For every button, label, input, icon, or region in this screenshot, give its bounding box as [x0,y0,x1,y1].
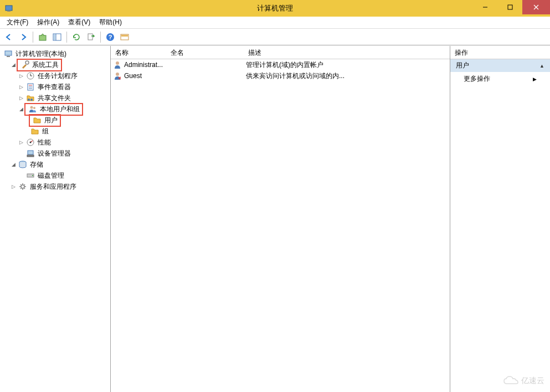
show-hide-tree-button[interactable] [50,30,64,44]
column-description[interactable]: 描述 [244,46,450,59]
tree-label: 性能 [37,137,52,148]
svg-point-26 [30,99,33,101]
expander-icon[interactable]: ◢ [10,162,17,167]
tree-shared-folders[interactable]: ▷ 共享文件夹 [2,92,108,104]
chevron-right-icon: ▶ [533,76,537,82]
svg-point-27 [30,106,33,109]
tree-groups[interactable]: 组 [2,126,108,137]
svg-rect-6 [39,35,46,40]
svg-point-25 [28,99,30,101]
actions-group-users[interactable]: 用户 ▲ [450,59,550,72]
user-icon [113,71,122,80]
tree-task-scheduler[interactable]: ▷ 任务计划程序 [2,70,108,81]
tree-label: 服务和应用程序 [29,182,78,192]
tree-label: 任务计划程序 [37,71,79,81]
tree-label: 计算机管理(本地) [14,49,68,59]
menu-file[interactable]: 文件(F) [2,17,33,28]
tree-label: 本地用户和组 [39,104,81,115]
tree-label: 事件查看器 [37,82,72,92]
expander-icon[interactable]: ▷ [10,184,17,189]
users-groups-icon [28,105,37,114]
toolbar: ? [0,29,550,45]
list-row-administrator[interactable]: Administrat... 管理计算机(域)的内置帐户 [111,59,450,70]
window-controls [472,0,550,17]
column-fullname[interactable]: 全名 [166,46,244,59]
export-button[interactable] [84,30,97,44]
tree-system-tools[interactable]: ◢ 系统工具 [2,59,108,70]
app-icon [4,4,13,13]
expander-icon[interactable]: ◢ [10,62,17,68]
row-name: Guest [124,72,168,80]
watermark: 亿速云 [502,375,544,386]
toolbar-separator [33,32,33,43]
svg-rect-10 [88,34,92,40]
toolbar-separator [100,32,101,43]
clock-icon [26,71,35,80]
tree-device-manager[interactable]: ▷ 设备管理器 [2,148,108,159]
svg-point-28 [33,107,35,109]
svg-rect-1 [7,11,11,12]
row-description: 供来宾访问计算机或访问域的内... [246,71,450,81]
view-button[interactable] [118,30,131,44]
expander-icon[interactable]: ◢ [18,106,24,112]
services-icon [18,182,27,191]
expander-icon[interactable]: ▷ [18,73,24,79]
watermark-text: 亿速云 [521,376,544,386]
back-button[interactable] [2,30,16,44]
tree-label: 系统工具 [31,60,60,70]
actions-more-label: 更多操作 [464,74,490,84]
up-button[interactable] [36,30,49,44]
storage-icon [18,160,27,169]
window-title: 计算机管理 [257,3,293,13]
svg-point-35 [32,175,33,176]
list-header: 名称 全名 描述 [111,46,450,59]
svg-point-30 [30,142,32,143]
svg-rect-15 [5,51,12,55]
actions-header: 操作 [450,46,550,59]
performance-icon [26,138,35,147]
list-row-guest[interactable]: Guest 供来宾访问计算机或访问域的内... [111,70,450,81]
row-description: 管理计算机(域)的内置帐户 [246,60,450,70]
menu-action[interactable]: 操作(A) [33,17,64,28]
tree-panel[interactable]: 计算机管理(本地) ◢ 系统工具 ▷ 任务计划程序 ▷ 事件查看器 ▷ 共享文件… [0,46,111,392]
close-button[interactable] [522,0,550,14]
refresh-button[interactable] [70,30,83,44]
help-button[interactable]: ? [104,30,117,44]
tree-services-apps[interactable]: ▷ 服务和应用程序 [2,181,108,192]
tree-root[interactable]: 计算机管理(本地) [2,48,108,59]
tree-event-viewer[interactable]: ▷ 事件查看器 [2,81,108,92]
column-name[interactable]: 名称 [111,46,166,59]
tree-label: 磁盘管理 [37,171,65,181]
tree-users[interactable]: 用户 [2,115,108,126]
svg-rect-16 [7,56,10,57]
forward-button[interactable] [17,30,30,44]
expander-icon[interactable]: ▷ [18,95,24,101]
content-area: 计算机管理(本地) ◢ 系统工具 ▷ 任务计划程序 ▷ 事件查看器 ▷ 共享文件… [0,45,550,392]
menu-help[interactable]: 帮助(H) [95,17,126,28]
tree-disk-management[interactable]: ▷ 磁盘管理 [2,170,108,181]
folder-icon [33,116,42,125]
tree-label: 组 [41,126,50,137]
svg-point-38 [116,73,119,76]
actions-panel: 操作 用户 ▲ 更多操作 ▶ [450,46,550,392]
computer-icon [4,49,13,58]
svg-rect-0 [6,6,12,11]
device-icon [26,149,35,158]
minimize-button[interactable] [472,0,497,14]
cloud-icon [502,375,519,386]
svg-rect-3 [508,5,512,9]
expander-icon[interactable]: ▷ [18,84,24,90]
actions-more[interactable]: 更多操作 ▶ [450,72,550,86]
menu-view[interactable]: 查看(V) [64,17,95,28]
tree-storage[interactable]: ◢ 存储 [2,159,108,170]
svg-rect-32 [27,155,34,157]
collapse-icon: ▲ [539,63,544,69]
folder-icon [30,127,39,136]
expander-icon[interactable]: ▷ [18,140,24,145]
tree-performance[interactable]: ▷ 性能 [2,137,108,148]
maximize-button[interactable] [497,0,522,14]
disk-icon [26,171,35,180]
svg-rect-14 [121,35,128,37]
tree-local-users-groups[interactable]: ◢ 本地用户和组 [2,104,108,115]
svg-point-17 [25,61,29,64]
